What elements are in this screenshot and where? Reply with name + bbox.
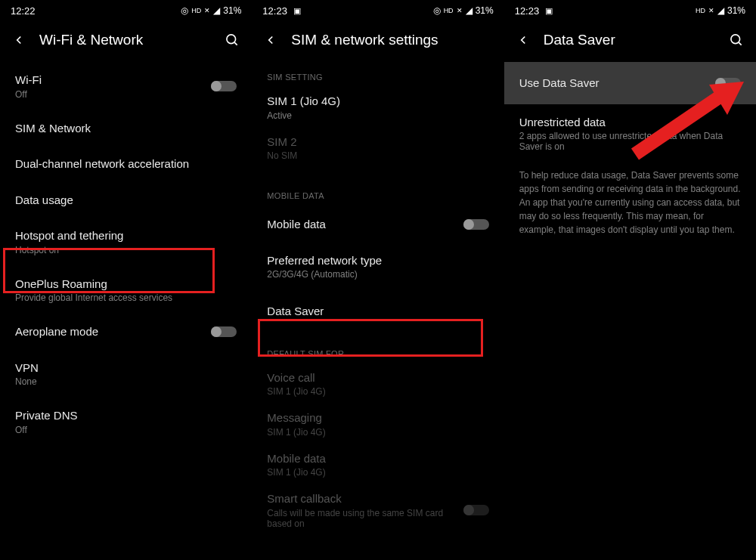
hotspot-icon: ◎: [181, 5, 188, 16]
datasaver-description: To help reduce data usage, Data Saver pr…: [504, 162, 756, 243]
item-hotspot[interactable]: Hotspot and tetheringHotspot on: [0, 218, 252, 266]
status-icons: HD ✕ ◢ 31%: [696, 5, 745, 16]
settings-list: Use Data Saver Unrestricted data2 apps a…: [504, 62, 756, 560]
time: 12:23: [262, 5, 287, 17]
header: Data Saver: [504, 21, 756, 62]
airplane-toggle[interactable]: [211, 326, 237, 337]
datasaver-toggle[interactable]: [715, 78, 741, 88]
item-mobile-data[interactable]: Mobile data: [252, 206, 503, 243]
item-dual-channel[interactable]: Dual-channel network acceleration: [0, 146, 252, 182]
section-mobile-data: MOBILE DATA: [252, 169, 503, 206]
svg-point-0: [227, 35, 236, 44]
time: 12:23: [515, 5, 540, 17]
page-title: SIM & network settings: [291, 32, 438, 48]
item-data-saver[interactable]: Data Saver: [252, 290, 503, 333]
header: SIM & network settings: [252, 21, 503, 62]
signal-no-icon: ✕: [204, 7, 210, 14]
screen-wifi-network: 12:22 ◎ HD ✕ ◢ 31% Wi-Fi & Network Wi-Fi…: [0, 0, 252, 560]
back-icon[interactable]: [516, 33, 530, 47]
section-default-sim: DEFAULT SIM FOR: [252, 333, 503, 364]
item-data-usage[interactable]: Data usage: [0, 182, 252, 218]
item-airplane[interactable]: Aeroplane mode: [0, 314, 252, 350]
svg-line-3: [739, 42, 742, 45]
back-icon[interactable]: [264, 33, 277, 47]
volte-icon: HD: [444, 7, 454, 14]
back-icon[interactable]: [12, 33, 26, 47]
item-vpn[interactable]: VPNNone: [0, 350, 252, 398]
section-sim-setting: SIM SETTING: [252, 62, 503, 88]
item-unrestricted-data[interactable]: Unrestricted data2 apps allowed to use u…: [504, 104, 756, 163]
battery-text: 31%: [223, 5, 241, 16]
item-wifi[interactable]: Wi-FiOff: [0, 62, 252, 110]
item-sim2: SIM 2No SIM: [252, 128, 503, 169]
volte-icon: HD: [696, 7, 705, 14]
svg-line-1: [234, 42, 237, 45]
status-icons: ◎ HD ✕ ◢ 31%: [181, 5, 241, 16]
time: 12:22: [11, 5, 36, 17]
signal-no-icon: ✕: [457, 7, 463, 14]
signal-icon: ◢: [213, 5, 220, 16]
search-icon[interactable]: [729, 32, 744, 48]
signal-icon: ◢: [717, 5, 724, 16]
status-icons: ◎ HD ✕ ◢ 31%: [433, 5, 494, 16]
signal-icon: ◢: [466, 5, 472, 16]
svg-point-2: [731, 35, 740, 44]
item-mobile-data-default: Mobile dataSIM 1 (Jio 4G): [252, 445, 503, 486]
callback-toggle: [463, 505, 489, 515]
item-preferred-network[interactable]: Preferred network type2G/3G/4G (Automati…: [252, 243, 503, 291]
signal-no-icon: ✕: [708, 7, 714, 14]
item-messaging: MessagingSIM 1 (Jio 4G): [252, 404, 503, 445]
settings-list: Wi-FiOff SIM & Network Dual-channel netw…: [0, 62, 252, 560]
settings-list: SIM SETTING SIM 1 (Jio 4G)Active SIM 2No…: [252, 62, 503, 560]
item-smart-callback: Smart callbackCalls will be made using t…: [252, 485, 503, 537]
status-bar: 12:22 ◎ HD ✕ ◢ 31%: [0, 0, 252, 21]
gallery-icon: ▣: [545, 6, 553, 16]
battery-text: 31%: [476, 5, 494, 16]
screen-sim-settings: 12:23 ▣ ◎ HD ✕ ◢ 31% SIM & network setti…: [252, 0, 503, 560]
item-voice-call: Voice callSIM 1 (Jio 4G): [252, 364, 503, 405]
hotspot-icon: ◎: [433, 5, 441, 16]
page-title: Data Saver: [544, 32, 615, 48]
item-roaming[interactable]: OnePlus RoamingProvide global Internet a…: [0, 266, 252, 314]
status-bar: 12:23 ▣ HD ✕ ◢ 31%: [504, 0, 756, 21]
wifi-toggle[interactable]: [211, 81, 237, 91]
header: Wi-Fi & Network: [0, 21, 252, 62]
mobile-data-toggle[interactable]: [463, 219, 489, 230]
item-private-dns[interactable]: Private DNSOff: [0, 398, 252, 446]
screen-data-saver: 12:23 ▣ HD ✕ ◢ 31% Data Saver Use Data S…: [504, 0, 756, 560]
page-title: Wi-Fi & Network: [39, 32, 143, 48]
item-sim1[interactable]: SIM 1 (Jio 4G)Active: [252, 88, 503, 128]
volte-icon: HD: [191, 7, 201, 14]
battery-text: 31%: [727, 5, 745, 16]
item-sim-network[interactable]: SIM & Network: [0, 110, 252, 147]
status-bar: 12:23 ▣ ◎ HD ✕ ◢ 31%: [252, 0, 503, 21]
item-use-datasaver[interactable]: Use Data Saver: [504, 62, 756, 104]
search-icon[interactable]: [225, 32, 240, 48]
gallery-icon: ▣: [293, 6, 301, 16]
